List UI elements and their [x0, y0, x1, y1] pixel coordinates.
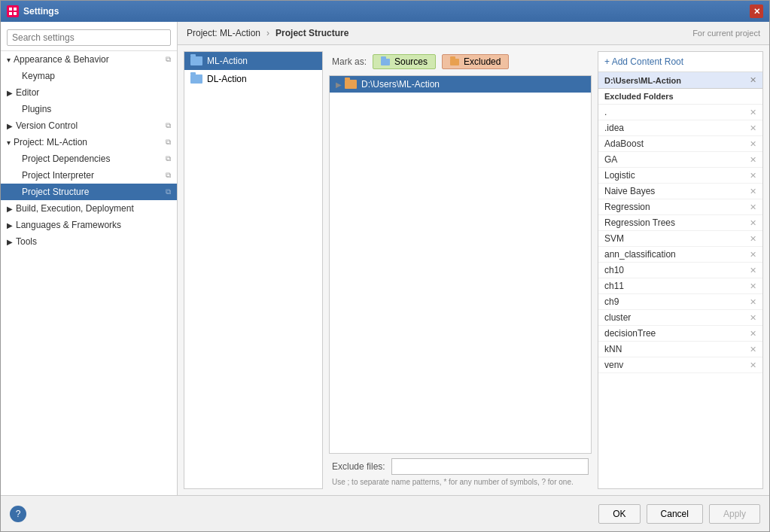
excluded-item: AdaBoost✕	[598, 136, 762, 152]
sidebar-item-plugins[interactable]: Plugins	[1, 101, 177, 117]
excluded-item: ann_classification✕	[598, 247, 762, 263]
excluded-item: ch10✕	[598, 263, 762, 278]
main-panel: Project: ML-Action › Project Structure F…	[178, 22, 769, 495]
sidebar-item-proj-interp-label: Project Interpreter	[22, 170, 94, 181]
sidebar-item-editor[interactable]: ▶ Editor	[1, 84, 177, 101]
dialog-body: ▾ Appearance & Behavior ⧉ Keymap ▶ Edito…	[1, 22, 769, 531]
ok-button[interactable]: OK	[598, 504, 640, 524]
tree-root-item[interactable]: ▶ D:\Users\ML-Action	[330, 76, 591, 93]
excluded-remove-button[interactable]: ✕	[750, 297, 756, 307]
excluded-folder-name: GA	[604, 154, 617, 165]
excluded-remove-button[interactable]: ✕	[750, 281, 756, 291]
window-title: Settings	[23, 6, 750, 17]
excluded-remove-button[interactable]: ✕	[750, 155, 756, 165]
root-path-close[interactable]: ✕	[750, 75, 756, 85]
excluded-item: Naive Bayes✕	[598, 184, 762, 199]
sidebar-item-project-dependencies[interactable]: Project Dependencies ⧉	[1, 150, 177, 167]
svg-rect-1	[14, 8, 17, 11]
sidebar-item-build[interactable]: ▶ Build, Execution, Deployment	[1, 200, 177, 217]
excluded-remove-button[interactable]: ✕	[750, 313, 756, 323]
excluded-remove-button[interactable]: ✕	[750, 139, 756, 149]
breadcrumb-page: Project Structure	[275, 28, 348, 38]
sidebar-item-project[interactable]: ▾ Project: ML-Action ⧉	[1, 134, 177, 150]
sidebar-item-keymap-label: Keymap	[22, 71, 55, 81]
excluded-button[interactable]: Excluded	[442, 54, 509, 69]
excluded-remove-button[interactable]: ✕	[750, 202, 756, 212]
sources-button[interactable]: Sources	[373, 54, 436, 69]
exclude-files-input[interactable]	[391, 458, 589, 475]
excluded-item: cluster✕	[598, 310, 762, 326]
excluded-remove-button[interactable]: ✕	[750, 250, 756, 260]
sidebar-item-languages-label: Languages & Frameworks	[16, 220, 121, 230]
excluded-remove-button[interactable]: ✕	[750, 187, 756, 196]
sidebar-item-version-control[interactable]: ▶ Version Control ⧉	[1, 117, 177, 134]
sidebar-item-project-label: Project: ML-Action	[14, 137, 87, 147]
excluded-folder-name: decisionTree	[604, 328, 656, 339]
folder-icon-dl	[190, 74, 202, 84]
folder-icon-ml	[190, 56, 202, 65]
expand-arrow-tools: ▶	[7, 238, 13, 246]
excluded-remove-button[interactable]: ✕	[750, 329, 756, 339]
excluded-folder-name: ann_classification	[604, 249, 676, 260]
excluded-remove-button[interactable]: ✕	[750, 171, 756, 181]
sidebar-item-project-interpreter[interactable]: Project Interpreter ⧉	[1, 167, 177, 184]
excluded-folder-name: ch11	[604, 281, 624, 291]
excluded-remove-button[interactable]: ✕	[750, 360, 756, 370]
folder-tree: ▶ D:\Users\ML-Action	[329, 75, 592, 454]
help-button[interactable]: ?	[10, 506, 26, 522]
excluded-item: Regression Trees✕	[598, 215, 762, 231]
sidebar-item-keymap[interactable]: Keymap	[1, 68, 177, 84]
tree-root-label: D:\Users\ML-Action	[361, 79, 440, 90]
apply-button[interactable]: Apply	[709, 504, 760, 524]
sidebar-item-project-structure[interactable]: Project Structure ⧉	[1, 184, 177, 200]
expand-arrow-vc: ▶	[7, 122, 13, 130]
excluded-folder-name: Logistic	[604, 170, 635, 181]
sidebar-item-tools-label: Tools	[16, 236, 37, 247]
excluded-remove-button[interactable]: ✕	[750, 218, 756, 228]
settings-window: Settings ✕ ▾ Appearance & Behavior ⧉ Key…	[0, 0, 770, 532]
excluded-remove-button[interactable]: ✕	[750, 108, 756, 117]
tree-root-folder-icon	[345, 80, 357, 89]
copy-icon-proj-dep: ⧉	[166, 154, 171, 163]
sidebar-item-plugins-label: Plugins	[22, 104, 51, 114]
copy-icon-vc: ⧉	[166, 121, 171, 130]
project-item-dl-action[interactable]: DL-Action	[184, 70, 322, 88]
excluded-item: Logistic✕	[598, 168, 762, 184]
copy-icon-appearance: ⧉	[166, 55, 171, 64]
sources-folder-icon	[381, 59, 390, 65]
tree-arrow-root: ▶	[336, 81, 342, 89]
project-label-ml: ML-Action	[207, 56, 248, 66]
excluded-item: ch9✕	[598, 294, 762, 310]
cancel-button[interactable]: Cancel	[647, 504, 703, 524]
sidebar-item-vc-label: Version Control	[16, 120, 78, 131]
excluded-folder-name: ch9	[604, 296, 619, 307]
sidebar-item-proj-struct-label: Project Structure	[22, 187, 89, 197]
mark-as-bar: Mark as: Sources Excluded	[329, 51, 592, 75]
expand-arrow-appearance: ▾	[7, 56, 11, 64]
add-content-root-button[interactable]: + Add Content Root	[604, 56, 756, 67]
excluded-folder-name: SVM	[604, 233, 624, 244]
sidebar-item-appearance[interactable]: ▾ Appearance & Behavior ⧉	[1, 51, 177, 68]
excluded-remove-button[interactable]: ✕	[750, 266, 756, 275]
right-panel: + Add Content Root D:\Users\ML-Action ✕ …	[598, 51, 763, 489]
excluded-remove-button[interactable]: ✕	[750, 234, 756, 244]
search-input[interactable]	[7, 29, 171, 46]
bottom-bar: ? OK Cancel Apply	[1, 495, 769, 531]
excluded-item: ch11✕	[598, 278, 762, 294]
excluded-remove-button[interactable]: ✕	[750, 345, 756, 354]
sources-label: Sources	[394, 56, 428, 67]
sidebar-item-tools[interactable]: ▶ Tools	[1, 233, 177, 250]
excluded-item: venv✕	[598, 357, 762, 373]
exclude-files-label: Exclude files:	[332, 461, 385, 472]
close-button[interactable]: ✕	[750, 5, 763, 18]
project-item-ml-action[interactable]: ML-Action	[184, 52, 322, 70]
main-header: Project: ML-Action › Project Structure F…	[178, 22, 769, 45]
sidebar-item-build-label: Build, Execution, Deployment	[16, 203, 134, 214]
for-current-project: For current project	[692, 29, 760, 38]
excluded-remove-button[interactable]: ✕	[750, 123, 756, 133]
excluded-folder-name: venv	[604, 360, 623, 370]
sidebar-item-languages[interactable]: ▶ Languages & Frameworks	[1, 217, 177, 233]
copy-icon-proj-interp: ⧉	[166, 171, 171, 180]
copy-icon-project: ⧉	[166, 138, 171, 147]
excluded-item: kNN✕	[598, 342, 762, 357]
